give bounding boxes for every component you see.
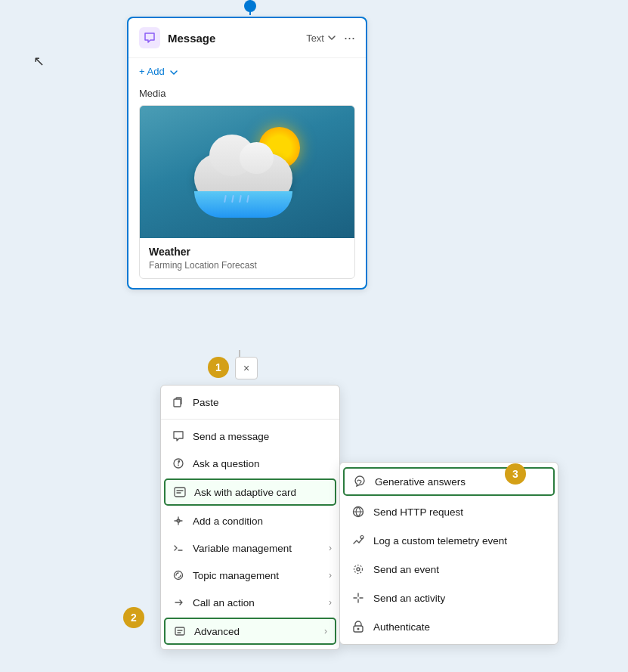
submenu-item-send-activity-label: Send an activity — [373, 593, 445, 604]
menu-item-variable-mgmt-label: Variable management — [193, 543, 292, 554]
log-telemetry-icon — [351, 533, 366, 548]
submenu-item-log-telemetry-label: Log a custom telemetry event — [373, 535, 507, 547]
message-card: Message Text ··· + Add Media — [127, 17, 367, 290]
card-type[interactable]: Text — [306, 33, 336, 44]
card-add-button[interactable]: + Add — [128, 58, 366, 85]
submenu-item-authenticate-label: Authenticate — [373, 621, 430, 633]
menu-divider-1 — [161, 419, 339, 420]
svg-rect-5 — [175, 627, 184, 635]
ask-question-icon — [172, 457, 185, 470]
send-http-icon — [351, 504, 366, 519]
message-icon — [139, 27, 160, 48]
menu-item-add-condition-label: Add a condition — [193, 516, 263, 527]
variable-mgmt-icon — [172, 541, 185, 555]
weather-scene — [187, 127, 308, 218]
menu-item-advanced-label: Advanced — [194, 626, 240, 637]
badge-3: 3 — [505, 463, 526, 485]
menu-item-topic-mgmt[interactable]: Topic management › — [161, 562, 339, 589]
advanced-chevron: › — [324, 626, 327, 636]
menu-item-call-action[interactable]: Call an action › — [161, 589, 339, 616]
menu-item-paste-label: Paste — [193, 397, 219, 408]
rain-drop — [224, 194, 227, 202]
gen-answers-icon — [352, 474, 367, 489]
submenu-item-send-http-label: Send HTTP request — [373, 506, 463, 518]
submenu-item-log-telemetry[interactable]: Log a custom telemetry event — [340, 526, 558, 555]
send-activity-icon — [351, 590, 366, 605]
submenu-item-send-event[interactable]: Send an event — [340, 555, 558, 584]
svg-point-11 — [357, 628, 360, 630]
media-image — [140, 106, 354, 238]
svg-point-9 — [354, 565, 363, 574]
menu-item-topic-mgmt-label: Topic management — [193, 570, 279, 581]
menu-item-paste[interactable]: Paste — [161, 389, 339, 416]
menu-item-ask-question[interactable]: Ask a question — [161, 450, 339, 477]
card-section-label: Media — [128, 85, 366, 105]
close-button[interactable]: × — [235, 357, 258, 379]
submenu: Generative answers Send HTTP request Log… — [339, 462, 558, 645]
menu-item-variable-mgmt[interactable]: Variable management › — [161, 534, 339, 562]
rain-drops — [224, 195, 249, 203]
menu-item-call-action-label: Call an action — [193, 597, 255, 609]
card-more-button[interactable]: ··· — [344, 31, 355, 45]
call-action-icon — [172, 596, 185, 609]
rain-drop — [239, 194, 242, 202]
media-info: Weather Farming Location Forecast — [140, 238, 354, 278]
badge-1: 1 — [208, 357, 229, 378]
call-action-chevron: › — [329, 597, 332, 608]
send-event-icon — [351, 562, 366, 577]
svg-rect-2 — [175, 488, 185, 497]
topic-mgmt-icon — [172, 568, 185, 582]
connector-top — [249, 0, 251, 15]
submenu-item-gen-answers-label: Generative answers — [375, 476, 466, 488]
menu-item-add-condition[interactable]: Add a condition — [161, 507, 339, 534]
svg-point-7 — [360, 536, 363, 539]
menu-item-advanced[interactable]: Advanced › — [164, 618, 336, 645]
submenu-item-send-http[interactable]: Send HTTP request — [340, 497, 558, 526]
badge-2: 2 — [123, 607, 144, 628]
rain-drop — [231, 194, 234, 202]
menu-item-ask-adaptive-label: Ask with adaptive card — [194, 487, 296, 498]
advanced-icon — [173, 624, 187, 638]
submenu-item-send-activity[interactable]: Send an activity — [340, 584, 558, 612]
menu-item-ask-adaptive[interactable]: Ask with adaptive card — [164, 478, 336, 506]
svg-rect-0 — [174, 399, 181, 407]
media-container: Weather Farming Location Forecast — [139, 105, 355, 279]
svg-point-8 — [357, 568, 360, 571]
card-header: Message Text ··· — [128, 18, 366, 58]
media-subtitle: Farming Location Forecast — [149, 260, 345, 271]
media-title: Weather — [149, 246, 345, 258]
context-menu: Paste Send a message Ask a question Ask … — [160, 385, 340, 650]
svg-point-4 — [175, 571, 183, 580]
ask-adaptive-icon — [173, 485, 187, 499]
variable-mgmt-chevron: › — [329, 543, 332, 553]
submenu-item-authenticate[interactable]: Authenticate — [340, 612, 558, 641]
send-message-icon — [172, 429, 185, 443]
paste-icon — [172, 395, 185, 409]
menu-item-send-message-label: Send a message — [193, 431, 269, 442]
connector-dot — [244, 0, 256, 12]
cursor: ↖ — [33, 53, 45, 70]
submenu-item-send-event-label: Send an event — [373, 564, 439, 575]
menu-item-ask-question-label: Ask a question — [193, 458, 260, 469]
card-title: Message — [168, 32, 299, 45]
add-condition-icon — [172, 514, 185, 528]
menu-item-send-message[interactable]: Send a message — [161, 423, 339, 450]
authenticate-icon — [351, 619, 366, 634]
svg-point-3 — [177, 519, 180, 522]
topic-mgmt-chevron: › — [329, 570, 332, 581]
